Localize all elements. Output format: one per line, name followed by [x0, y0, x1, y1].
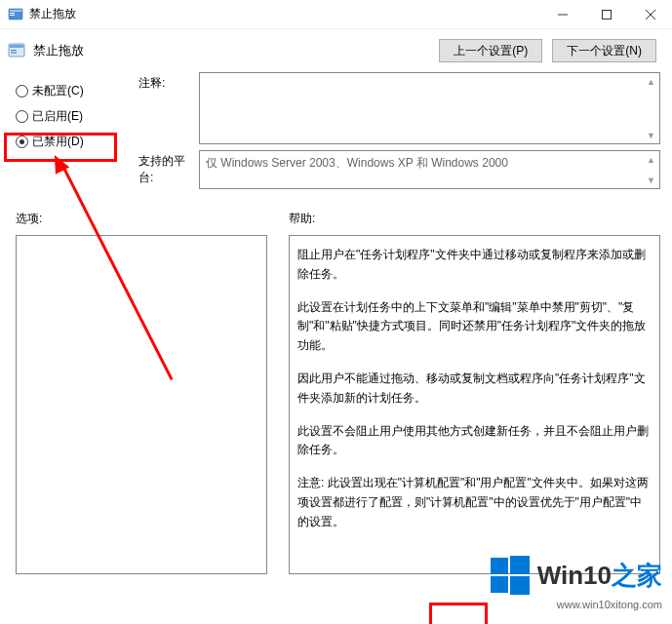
help-text: 此设置不会阻止用户使用其他方式创建新任务，并且不会阻止用户删除任务。 [297, 422, 652, 461]
svg-rect-1 [10, 10, 21, 12]
options-label: 选项: [16, 211, 267, 227]
svg-rect-2 [10, 13, 15, 14]
comment-textarea[interactable]: ▲ ▼ [199, 72, 660, 144]
platform-value: 仅 Windows Server 2003、Windows XP 和 Windo… [206, 156, 508, 170]
comment-label: 注释: [138, 72, 199, 92]
help-text: 阻止用户在"任务计划程序"文件夹中通过移动或复制程序来添加或删除任务。 [297, 246, 652, 285]
scroll-up-icon[interactable]: ▲ [644, 152, 658, 167]
policy-title: 禁止拖放 [33, 42, 439, 59]
options-panel [16, 235, 267, 574]
header-row: 禁止拖放 上一个设置(P) 下一个设置(N) [0, 29, 672, 72]
radio-icon [16, 85, 28, 98]
radio-icon [16, 110, 28, 123]
svg-rect-9 [10, 45, 23, 48]
scroll-up-icon[interactable]: ▲ [644, 74, 658, 89]
radio-icon [16, 136, 28, 148]
platform-textarea[interactable]: 仅 Windows Server 2003、Windows XP 和 Windo… [199, 150, 660, 189]
prev-setting-button[interactable]: 上一个设置(P) [439, 39, 542, 62]
help-text: 因此用户不能通过拖动、移动或复制文档或程序向"任务计划程序"文件夹添加新的计划任… [297, 370, 652, 409]
annotation-partial-box [429, 603, 488, 624]
svg-rect-10 [11, 50, 17, 51]
scroll-down-icon[interactable]: ▼ [644, 128, 658, 142]
window-title: 禁止拖放 [29, 6, 540, 22]
close-button[interactable] [628, 0, 672, 28]
svg-rect-11 [11, 53, 17, 54]
help-panel: 阻止用户在"任务计划程序"文件夹中通过移动或复制程序来添加或删除任务。 此设置在… [289, 235, 660, 574]
radio-label: 已禁用(D) [32, 134, 84, 150]
titlebar: 禁止拖放 [0, 0, 672, 29]
watermark-url: www.win10xitong.com [557, 599, 662, 610]
gpedit-icon [8, 7, 23, 22]
svg-rect-5 [602, 10, 611, 19]
help-text: 此设置在计划任务中的上下文菜单和"编辑"菜单中禁用"剪切"、"复制"和"粘贴"快… [297, 298, 652, 356]
radio-disabled[interactable]: 已禁用(D) [16, 129, 131, 154]
window-controls [540, 0, 672, 28]
radio-enabled[interactable]: 已启用(E) [16, 103, 131, 129]
platform-label: 支持的平台: [138, 150, 199, 186]
next-setting-button[interactable]: 下一个设置(N) [552, 39, 656, 62]
help-text: 注意: 此设置出现在"计算机配置"和"用户配置"文件夹中。如果对这两项设置都进行… [297, 474, 652, 531]
radio-label: 已启用(E) [32, 108, 83, 125]
radio-group: 未配置(C) 已启用(E) 已禁用(D) [16, 72, 131, 195]
radio-label: 未配置(C) [32, 83, 84, 99]
svg-rect-3 [10, 15, 15, 16]
maximize-button[interactable] [584, 0, 628, 28]
policy-icon [8, 41, 27, 60]
radio-not-configured[interactable]: 未配置(C) [16, 78, 131, 103]
minimize-button[interactable] [540, 0, 584, 28]
help-label: 帮助: [289, 211, 660, 227]
scroll-down-icon[interactable]: ▼ [644, 173, 658, 187]
